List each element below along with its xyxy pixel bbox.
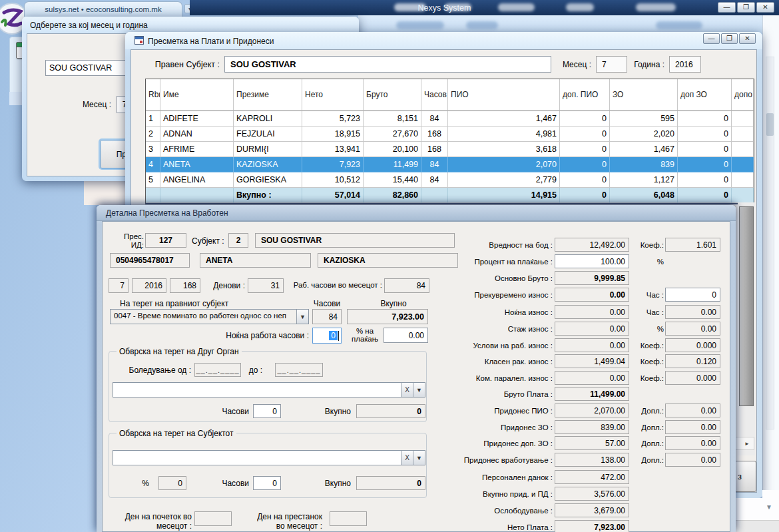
dialog-subject-combobox[interactable]: SOU GOSTIVAR (45, 60, 132, 76)
cell: 2,070 (448, 157, 560, 172)
cell: 0 (560, 142, 610, 157)
cell: 0 (678, 111, 732, 127)
browser-tab-label: sulsys.net • ecoconsulting.com.mk (45, 5, 161, 13)
cell: 0 (678, 188, 732, 203)
cell: 57,014 (302, 188, 364, 203)
dropdown-arrow-icon[interactable]: ▼ (766, 503, 772, 511)
table-row-selected[interactable]: 4 ANETA KAZIOSKA 7,923 11,499 84 2,070 0… (146, 157, 754, 172)
column-header[interactable]: Име (160, 79, 234, 111)
cell: 6,048 (610, 188, 678, 203)
partial-side-button-label: з (738, 471, 742, 481)
detail-window: Детална Пресметка на Вработен (97, 205, 736, 532)
cell (421, 188, 448, 203)
nexys-scrollbar-thumb[interactable] (766, 113, 774, 136)
table-row[interactable]: 3 AFRIME DURMI{I 13,941 20,100 168 3,618… (146, 142, 754, 157)
table-row[interactable]: 1 ADIFETE KAPROLI 5,723 8,151 84 1,467 0… (146, 111, 754, 127)
cell: 0 (678, 127, 732, 142)
column-header[interactable]: доп ЗО (678, 79, 732, 111)
cell (146, 188, 160, 203)
table-row[interactable]: 2 ADNAN FEJZULAI 18,915 27,670 168 4,981… (146, 127, 754, 142)
cell: 4,981 (448, 127, 560, 142)
detail-title: Детална Пресметка на Вработен (106, 208, 228, 218)
cell: 0 (678, 157, 732, 172)
nexys-window-controls: — ❐ ✕ (718, 2, 774, 13)
column-header[interactable]: допо (732, 79, 754, 111)
column-header[interactable]: Бруто (364, 79, 421, 111)
cell: 84 (421, 111, 448, 127)
month-dialog-title-bar[interactable]: Одберете за кој месец и година (22, 17, 359, 33)
cell: 0 (678, 172, 732, 188)
cell (160, 188, 234, 203)
blurred-taskbar-item (566, 3, 594, 11)
cell: 595 (610, 111, 678, 127)
legal-subject-value: SOU GOSTIVAR (230, 59, 296, 69)
detail-title-bar[interactable]: Детална Пресметка на Вработен (97, 205, 736, 221)
month-value: 7 (602, 60, 607, 69)
cell: KAZIOSKA (234, 157, 302, 172)
table-row[interactable]: 5 ANGELINA GORGIESKA 10,512 15,440 84 2,… (146, 172, 754, 188)
year-value: 2016 (675, 60, 693, 69)
cell: 13,941 (302, 142, 364, 157)
nexys-title-bar: Nexys System (190, 0, 779, 15)
column-header[interactable]: Презиме (234, 79, 302, 111)
cell: FEJZULAI (234, 127, 302, 142)
cell: 1,127 (610, 172, 678, 188)
minimize-icon[interactable]: — (703, 33, 720, 44)
cell: GORGIESKA (234, 172, 302, 188)
cell: 5,723 (302, 111, 364, 127)
close-icon[interactable]: ✕ (739, 33, 756, 44)
cell: 18,915 (302, 127, 364, 142)
totals-label: Вкупно : (234, 188, 302, 203)
scroll-right-icon[interactable]: ► (740, 437, 754, 449)
cell: 3 (146, 142, 160, 157)
column-header[interactable]: доп. ПИО (560, 79, 610, 111)
cell: 27,670 (364, 127, 421, 142)
cell: ADIFETE (160, 111, 234, 127)
column-header[interactable]: ЗО (610, 79, 678, 111)
nexys-scrollbar[interactable] (766, 57, 774, 429)
restore-icon[interactable]: ❐ (737, 2, 755, 13)
status-strip (736, 520, 779, 532)
restore-icon[interactable]: ❐ (721, 33, 738, 44)
payroll-title: Пресметка на Плати и Придонеси (148, 37, 274, 46)
legal-subject-field[interactable]: SOU GOSTIVAR (224, 56, 551, 73)
minimize-icon[interactable]: — (718, 2, 736, 13)
table-header-row: Rbr Име Презиме Нето Бруто Часов ПИО доп… (146, 79, 754, 111)
form-icon (134, 36, 144, 45)
cell (732, 188, 754, 203)
cell: KAPROLI (234, 111, 302, 127)
cell: 84 (421, 157, 448, 172)
blurred-taskbar-item (498, 3, 535, 11)
browser-tab[interactable]: sulsys.net • ecoconsulting.com.mk (24, 1, 182, 17)
cell (732, 172, 754, 188)
cell: 1 (146, 111, 160, 127)
column-header[interactable]: Rbr (146, 79, 160, 111)
legal-subject-label: Правен Субјект : (136, 60, 220, 69)
cell: 20,100 (364, 142, 421, 157)
cell: 2,020 (610, 127, 678, 142)
cell: 11,499 (364, 157, 421, 172)
cell: 7,923 (302, 157, 364, 172)
cell: 0 (560, 188, 610, 203)
cell (732, 142, 754, 157)
column-header[interactable]: Нето (302, 79, 364, 111)
cell: 2 (146, 127, 160, 142)
month-field: 7 (596, 56, 627, 73)
cell: 0 (678, 142, 732, 157)
cell: DURMI{I (234, 142, 302, 157)
close-icon[interactable]: ✕ (756, 2, 774, 13)
cell: 15,440 (364, 172, 421, 188)
vertical-scrollbar-thumb[interactable] (739, 206, 754, 406)
cell: 0 (560, 127, 610, 142)
cell: 14,915 (448, 188, 560, 203)
cell: ANETA (160, 157, 234, 172)
payroll-table: Rbr Име Презиме Нето Бруто Часов ПИО доп… (145, 79, 754, 204)
blurred-taskbar-item (636, 3, 676, 11)
table-totals-row: Вкупно : 57,014 82,860 14,915 0 6,048 0 (146, 188, 754, 203)
cell: 3,618 (448, 142, 560, 157)
cell: 2,779 (448, 172, 560, 188)
column-header[interactable]: Часов (421, 79, 448, 111)
payroll-window-controls: — ❐ ✕ (703, 33, 756, 44)
column-header[interactable]: ПИО (448, 79, 560, 111)
cell: 839 (610, 157, 678, 172)
